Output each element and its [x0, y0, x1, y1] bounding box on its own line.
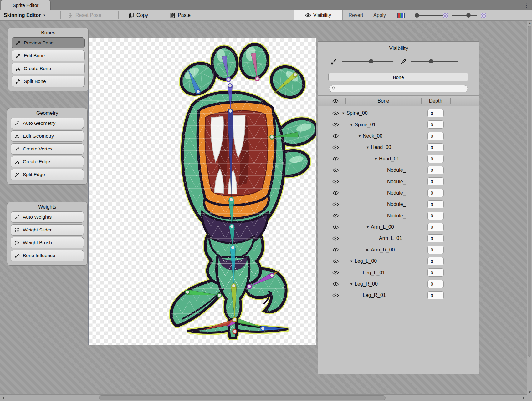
depth-input[interactable] — [427, 132, 444, 140]
copy-button[interactable]: Copy — [125, 10, 151, 20]
visibility-eye-icon[interactable] — [331, 282, 340, 286]
bone-row[interactable]: ▼ Neck_00 — [318, 130, 479, 142]
create-edge-button[interactable]: Create Edge — [11, 156, 84, 167]
depth-input[interactable] — [427, 280, 444, 288]
foldout-icon[interactable]: ▼ — [348, 282, 355, 286]
bone-row[interactable]: Nodule_ — [318, 176, 479, 187]
bone-row[interactable]: Nodule_ — [318, 210, 479, 221]
bone-row-label[interactable]: Leg_L_01 — [363, 270, 385, 276]
edit-bone-button[interactable]: Edit Bone — [12, 50, 85, 61]
visibility-eye-icon[interactable] — [331, 180, 340, 184]
mesh-opacity-slider-track[interactable] — [411, 61, 458, 62]
mode-dropdown[interactable]: Skinning Editor ▼ — [1, 10, 49, 20]
bone-row[interactable]: Nodule_ — [318, 187, 479, 199]
bone-row[interactable]: Arm_L_01 — [318, 233, 479, 244]
bone-row[interactable]: ▼ Spine_00 — [318, 108, 479, 119]
foldout-icon[interactable]: ▶ — [365, 248, 371, 252]
foldout-icon[interactable]: ▼ — [365, 225, 371, 229]
bone-row-label[interactable]: Head_01 — [379, 156, 399, 162]
bone-row[interactable]: ▼ Spine_01 — [318, 119, 479, 130]
vertical-scrollbar-thumb[interactable] — [528, 26, 531, 357]
visibility-eye-icon[interactable] — [331, 123, 340, 127]
bone-row[interactable]: Leg_R_01 — [318, 290, 479, 301]
bone-search-field[interactable] — [329, 85, 468, 92]
bone-row-label[interactable]: Leg_L_00 — [355, 258, 377, 264]
scroll-left-arrow[interactable]: ◀ — [2, 396, 4, 399]
weight-brush-button[interactable]: Weight Brush — [11, 237, 84, 248]
bone-row-label[interactable]: Leg_R_01 — [363, 292, 386, 298]
depth-input[interactable] — [427, 155, 444, 163]
split-edge-button[interactable]: Split Edge — [11, 169, 84, 180]
visibility-eye-icon[interactable] — [331, 236, 340, 241]
header-eye-icon[interactable] — [331, 96, 340, 106]
bone-row-label[interactable]: Leg_R_00 — [355, 281, 378, 287]
bone-row-label[interactable]: Spine_00 — [346, 110, 368, 116]
visibility-eye-icon[interactable] — [331, 259, 340, 263]
bone-row-label[interactable]: Arm_L_00 — [371, 224, 394, 230]
depth-input[interactable] — [427, 166, 444, 174]
bone-row-label[interactable]: Nodule_ — [387, 201, 406, 207]
depth-input[interactable] — [427, 268, 444, 277]
depth-input[interactable] — [427, 246, 444, 254]
foldout-icon[interactable]: ▼ — [365, 145, 371, 149]
window-menu-icon[interactable]: ⋮ — [523, 1, 529, 9]
sprite-canvas[interactable] — [89, 38, 316, 345]
weight-slider-button[interactable]: Weight Slider — [11, 224, 84, 236]
bone-row[interactable]: ▶ Arm_R_00 — [318, 244, 479, 256]
depth-input[interactable] — [427, 189, 444, 197]
bone-row-label[interactable]: Arm_R_00 — [371, 247, 395, 253]
visibility-eye-icon[interactable] — [331, 271, 340, 275]
auto-weights-button[interactable]: Auto Weights — [11, 211, 84, 223]
bone-row[interactable]: ▼ Head_01 — [318, 153, 479, 165]
zoom-slider-knob[interactable] — [415, 13, 419, 18]
header-depth[interactable]: Depth — [421, 96, 450, 106]
header-bone[interactable]: Bone — [345, 96, 421, 106]
scroll-up-arrow[interactable]: ▲ — [528, 21, 531, 25]
visibility-eye-icon[interactable] — [331, 168, 340, 172]
reset-pose-button[interactable]: Reset Pose — [64, 10, 105, 20]
bone-row[interactable]: Nodule_ — [318, 199, 479, 210]
zoom-slider-track[interactable] — [419, 15, 443, 16]
bone-row-label[interactable]: Nodule_ — [387, 167, 406, 173]
visibility-eye-icon[interactable] — [331, 157, 340, 161]
bone-opacity-slider-track[interactable] — [342, 61, 393, 62]
paste-button[interactable]: Paste — [166, 10, 194, 20]
visibility-eye-icon[interactable] — [331, 134, 340, 138]
depth-input[interactable] — [427, 234, 444, 242]
bone-row-label[interactable]: Nodule_ — [387, 190, 406, 196]
depth-input[interactable] — [427, 177, 444, 185]
visibility-eye-icon[interactable] — [331, 225, 340, 229]
color-channels-button[interactable] — [394, 10, 408, 20]
visibility-eye-icon[interactable] — [331, 248, 340, 252]
edit-geometry-button[interactable]: Edit Geometry — [11, 130, 84, 142]
foldout-icon[interactable]: ▼ — [348, 123, 355, 127]
apply-button[interactable]: Apply — [369, 10, 391, 20]
horizontal-scrollbar-thumb[interactable] — [99, 395, 386, 400]
bone-row-label[interactable]: Head_00 — [371, 145, 391, 150]
auto-geometry-button[interactable]: Auto Geometry — [11, 118, 84, 129]
bone-opacity-slider-knob[interactable] — [369, 59, 373, 63]
visibility-eye-icon[interactable] — [331, 202, 340, 206]
horizontal-scrollbar[interactable]: ◀ ▶ — [0, 394, 527, 401]
depth-input[interactable] — [427, 257, 444, 265]
depth-input[interactable] — [427, 120, 444, 129]
depth-input[interactable] — [427, 200, 444, 208]
visibility-toggle-button[interactable]: Visibility — [294, 10, 343, 20]
mip-slider-knob[interactable] — [466, 13, 471, 18]
sprite-editor-tab[interactable]: Sprite Editor — [1, 0, 51, 10]
depth-input[interactable] — [427, 223, 444, 231]
revert-button[interactable]: Revert — [344, 10, 368, 20]
bone-row-label[interactable]: Nodule_ — [387, 179, 406, 185]
mip-slider-track[interactable] — [452, 15, 477, 16]
vertical-scrollbar[interactable]: ▲ ▼ — [527, 21, 532, 394]
mesh-opacity-slider-knob[interactable] — [429, 59, 433, 63]
bone-tab[interactable]: Bone — [328, 73, 468, 81]
bone-row[interactable]: Nodule_ — [318, 165, 479, 176]
depth-input[interactable] — [427, 291, 444, 299]
bone-row[interactable]: ▼ Leg_R_00 — [318, 278, 479, 290]
foldout-icon[interactable]: ▼ — [340, 111, 346, 115]
visibility-eye-icon[interactable] — [331, 191, 340, 195]
bone-row[interactable]: Leg_L_01 — [318, 267, 479, 278]
visibility-eye-icon[interactable] — [331, 214, 340, 218]
bone-row-label[interactable]: Spine_01 — [355, 122, 376, 128]
